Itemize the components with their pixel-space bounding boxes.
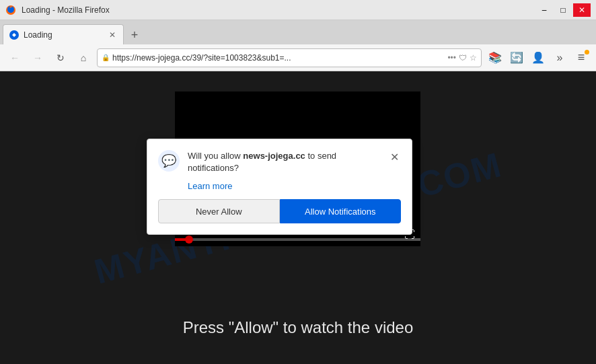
bookmark-icon: ☆ (470, 53, 477, 63)
active-tab[interactable]: Loading ✕ (3, 24, 124, 44)
url-text: https://news-jojega.cc/39/?site=1003823&… (112, 53, 445, 63)
title-bar: Loading - Mozilla Firefox – □ ✕ (0, 0, 596, 20)
new-tab-button[interactable]: + (125, 26, 144, 44)
notification-popup: 💬 Will you allow news-jojega.cc to send … (147, 139, 412, 235)
notification-icon: 💬 (158, 150, 180, 172)
close-button[interactable]: ✕ (573, 3, 591, 17)
title-bar-controls: – □ ✕ (535, 3, 591, 17)
never-allow-button[interactable]: Never Allow (158, 199, 280, 223)
content-area: MYANTISPYWARE.COM ⏮ ▶ ⏭ ⛶ Press "Allow" … (0, 71, 596, 364)
progress-bar[interactable] (175, 238, 420, 241)
popup-message: Will you allow news-jojega.cc to send no… (188, 150, 379, 174)
popup-buttons: Never Allow Allow Notifications (158, 199, 401, 223)
popup-close-button[interactable]: ✕ (387, 150, 401, 163)
title-bar-left: Loading - Mozilla Firefox (5, 5, 110, 15)
nav-bar: ← → ↻ ⌂ 🔒 https://news-jojega.cc/39/?sit… (0, 44, 596, 71)
account-button[interactable]: 👤 (529, 48, 548, 67)
shield-icon: 🛡 (459, 53, 467, 63)
home-button[interactable]: ⌂ (74, 48, 93, 67)
extensions-button[interactable]: » (550, 48, 569, 67)
allow-notifications-button[interactable]: Allow Notifications (280, 199, 402, 223)
maximize-button[interactable]: □ (554, 3, 572, 17)
window-title: Loading - Mozilla Firefox (22, 5, 110, 15)
lock-icon: 🔒 (102, 54, 110, 61)
address-bar[interactable]: 🔒 https://news-jojega.cc/39/?site=100382… (97, 48, 482, 67)
nav-actions: 📚 🔄 👤 » ≡ (486, 48, 591, 67)
message-part1: Will you allow (188, 151, 243, 161)
library-button[interactable]: 📚 (486, 48, 505, 67)
tab-title: Loading (24, 30, 103, 40)
learn-more-link[interactable]: Learn more (188, 181, 232, 191)
more-icon: ••• (447, 53, 456, 63)
forward-button[interactable]: → (28, 48, 47, 67)
press-allow-instruction: Press "Allow" to watch the video (0, 318, 596, 337)
popup-header: 💬 Will you allow news-jojega.cc to send … (158, 150, 401, 174)
minimize-button[interactable]: – (535, 3, 553, 17)
tab-bar: Loading ✕ + (0, 20, 596, 44)
tab-favicon (9, 30, 20, 40)
refresh-button[interactable]: ↻ (51, 48, 70, 67)
progress-dot (185, 235, 193, 244)
menu-button[interactable]: ≡ (572, 48, 591, 67)
site-name: news-jojega.cc (243, 151, 305, 161)
tab-close-button[interactable]: ✕ (107, 30, 118, 40)
chat-icon: 💬 (161, 153, 176, 168)
firefox-icon (5, 5, 16, 15)
sync-button[interactable]: 🔄 (507, 48, 526, 67)
back-button[interactable]: ← (5, 48, 24, 67)
